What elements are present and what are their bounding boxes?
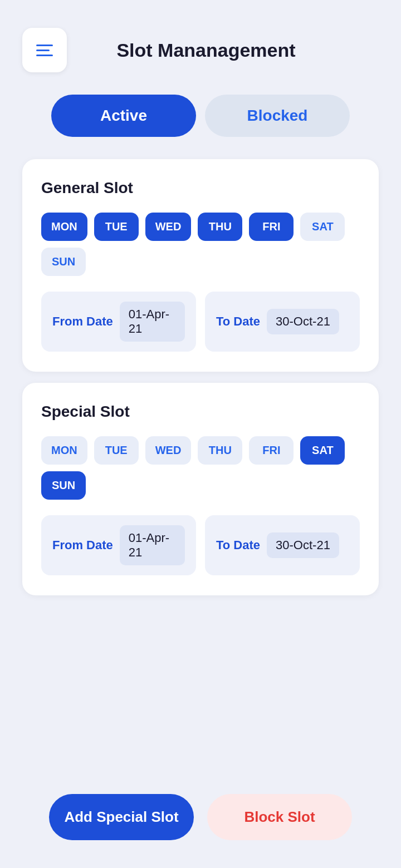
special-day-sun[interactable]: SUN [41,471,86,500]
general-from-date-label: From Date [52,314,113,329]
general-from-date-field: From Date 01-Apr-21 [41,292,196,352]
bottom-bar: Add Special Slot Block Slot [0,777,401,868]
general-day-tue[interactable]: TUE [94,213,139,241]
general-slot-days: MONTUEWEDTHUFRISATSUN [41,213,360,276]
general-to-date-value: 30-Oct-21 [267,309,339,334]
general-day-sat[interactable]: SAT [300,213,345,241]
general-day-thu[interactable]: THU [198,213,242,241]
special-day-tue[interactable]: TUE [94,436,139,465]
general-day-mon[interactable]: MON [41,213,87,241]
special-from-date-value: 01-Apr-21 [120,525,185,565]
special-to-date-field: To Date 30-Oct-21 [205,515,360,575]
tab-active[interactable]: Active [51,95,196,137]
special-slot-title: Special Slot [41,403,360,421]
general-slot-card: General Slot MONTUEWEDTHUFRISATSUN From … [22,159,379,372]
special-day-fri[interactable]: FRI [249,436,294,465]
special-day-thu[interactable]: THU [198,436,242,465]
special-slot-date-row: From Date 01-Apr-21 To Date 30-Oct-21 [41,515,360,575]
special-slot-days: MONTUEWEDTHUFRISATSUN [41,436,360,500]
tab-row: Active Blocked [0,83,401,154]
general-to-date-label: To Date [216,314,260,329]
special-day-wed[interactable]: WED [145,436,192,465]
special-from-date-label: From Date [52,538,113,553]
special-from-date-field: From Date 01-Apr-21 [41,515,196,575]
general-day-fri[interactable]: FRI [249,213,294,241]
general-to-date-field: To Date 30-Oct-21 [205,292,360,352]
special-to-date-label: To Date [216,538,260,553]
special-to-date-value: 30-Oct-21 [267,532,339,558]
add-special-slot-button[interactable]: Add Special Slot [49,794,194,840]
page-title: Slot Mananagement [78,40,379,61]
menu-button[interactable] [22,28,67,72]
tab-blocked[interactable]: Blocked [205,95,350,137]
special-day-mon[interactable]: MON [41,436,87,465]
menu-icon [36,45,53,56]
special-slot-card: Special Slot MONTUEWEDTHUFRISATSUN From … [22,383,379,595]
general-day-wed[interactable]: WED [145,213,192,241]
general-slot-date-row: From Date 01-Apr-21 To Date 30-Oct-21 [41,292,360,352]
special-day-sat[interactable]: SAT [300,436,345,465]
general-from-date-value: 01-Apr-21 [120,302,185,342]
block-slot-button[interactable]: Block Slot [207,794,352,840]
general-day-sun[interactable]: SUN [41,248,86,276]
header: Slot Mananagement [0,0,401,83]
general-slot-title: General Slot [41,179,360,197]
